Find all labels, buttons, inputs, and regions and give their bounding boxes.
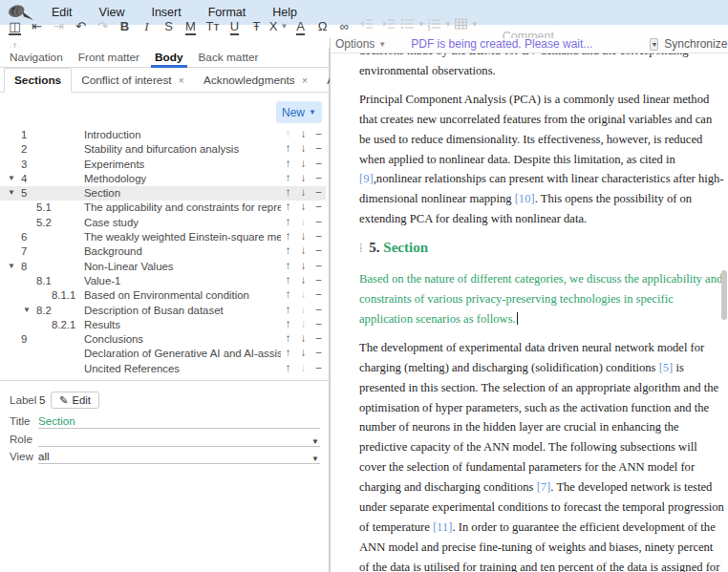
move-up-button[interactable]: ↑: [282, 332, 294, 344]
remove-section-button[interactable]: −: [312, 332, 325, 344]
move-up-button[interactable]: ↑: [282, 216, 294, 227]
remove-section-button[interactable]: −: [312, 230, 325, 242]
move-down-button[interactable]: ↓: [297, 260, 310, 271]
matter-tab-navigation[interactable]: Navigation: [2, 48, 71, 67]
section-tab-conflict-of-interest[interactable]: Conflict of interest×: [72, 69, 194, 92]
section-row[interactable]: ▼8Non-Linear Values↑↓−: [0, 260, 326, 274]
role-select[interactable]: [38, 434, 320, 447]
citation-link[interactable]: [9]: [359, 172, 374, 185]
move-up-button[interactable]: ↑: [282, 304, 294, 315]
link-icon[interactable]: ∞: [334, 16, 354, 37]
citation-link[interactable]: [5]: [659, 361, 674, 374]
move-up-button[interactable]: ↑: [282, 142, 294, 154]
italic-icon[interactable]: I: [137, 16, 157, 37]
remove-section-button[interactable]: −: [312, 274, 325, 286]
move-down-button[interactable]: ↓: [297, 201, 310, 212]
remove-section-button[interactable]: −: [312, 362, 325, 373]
remove-section-button[interactable]: −: [312, 142, 325, 154]
section-row[interactable]: 3Experiments↑↓−: [0, 158, 326, 172]
tree-expand-icon[interactable]: ▼: [23, 306, 31, 314]
move-up-button[interactable]: ↑: [282, 244, 294, 256]
matter-tab-front-matter[interactable]: Front matter: [71, 48, 147, 67]
section-row[interactable]: 8.2.1Results↑↓−: [0, 318, 326, 332]
remove-section-button[interactable]: −: [312, 260, 325, 271]
move-up-button[interactable]: ↑: [282, 158, 294, 169]
move-up-button[interactable]: ↑: [282, 274, 294, 286]
variable-icon[interactable]: X▼: [268, 16, 289, 37]
citation-link[interactable]: [10]: [515, 192, 535, 205]
underline-icon[interactable]: U: [225, 17, 245, 38]
markup-icon[interactable]: M: [181, 17, 201, 38]
move-up-button[interactable]: ↑: [282, 260, 294, 271]
move-up-button[interactable]: ↑: [282, 186, 294, 198]
section-row[interactable]: 8.1Value-1↑↓−: [0, 274, 326, 288]
remove-section-button[interactable]: −: [312, 244, 325, 256]
bold-icon[interactable]: B: [115, 16, 135, 37]
section-row[interactable]: Declaration of Generative AI and AI-assi…: [0, 347, 326, 361]
citation-link[interactable]: [11]: [433, 520, 453, 534]
scrollbar-thumb[interactable]: [721, 270, 727, 320]
move-down-button[interactable]: ↓: [297, 172, 310, 183]
section-row[interactable]: 1Introduction↑↓−: [0, 128, 326, 142]
move-up-button[interactable]: ↑: [282, 318, 294, 329]
move-up-button[interactable]: ↑: [282, 230, 294, 242]
remove-section-button[interactable]: −: [312, 347, 325, 358]
remove-section-button[interactable]: −: [312, 172, 325, 183]
page-layout-icon[interactable]: ◫: [5, 17, 25, 38]
move-down-button[interactable]: ↓: [297, 230, 310, 242]
move-down-button[interactable]: ↓: [297, 244, 310, 256]
close-icon[interactable]: ×: [179, 74, 184, 86]
section-tab-sections[interactable]: Sections: [4, 68, 72, 93]
undo-icon[interactable]: ↶: [71, 16, 91, 37]
section-row[interactable]: 2Stability and bifurcation analysis↑↓−: [0, 142, 326, 157]
section-row[interactable]: 5.2Case study↑↓−: [0, 216, 326, 230]
move-down-button[interactable]: ↓: [297, 332, 310, 344]
move-down-button[interactable]: ↓: [297, 347, 310, 358]
chevron-down-icon[interactable]: ▼: [311, 437, 319, 446]
matter-tab-body[interactable]: Body: [147, 48, 191, 67]
section-row[interactable]: ▼8.2Description of Busan dataset↑↓−: [0, 304, 326, 318]
section-row[interactable]: Uncited References↑↓−: [0, 362, 326, 376]
remove-section-button[interactable]: −: [312, 288, 325, 300]
matter-tab-back-matter[interactable]: Back matter: [191, 48, 267, 67]
move-down-button[interactable]: ↓: [297, 142, 310, 154]
move-down-button[interactable]: ↓: [297, 128, 310, 139]
sync-scrolling-select[interactable]: ▼: [650, 38, 658, 51]
move-up-button[interactable]: ↑: [282, 347, 294, 358]
remove-section-button[interactable]: −: [312, 158, 325, 169]
chevron-down-icon[interactable]: ▼: [311, 455, 319, 463]
section-row[interactable]: 8.1.1Based on Environmental condition↑↓−: [0, 288, 326, 303]
remove-section-button[interactable]: −: [312, 201, 325, 212]
section-row[interactable]: 5.1The applicability and constraints for…: [0, 201, 326, 215]
prev-change-icon[interactable]: ⇤: [27, 16, 47, 37]
section-tab-acknowledgments[interactable]: Acknowledgments×: [194, 69, 317, 92]
section-row[interactable]: 6The weakly weighted Einstein-square met…: [0, 230, 326, 244]
tree-expand-icon[interactable]: ▼: [8, 174, 15, 182]
section-row[interactable]: 7Background↑↓−: [0, 244, 326, 259]
remove-section-button[interactable]: −: [312, 304, 325, 315]
move-down-button[interactable]: ↓: [297, 186, 310, 198]
section-row[interactable]: ▼4Methodology↑↓−: [0, 172, 326, 186]
remove-section-button[interactable]: −: [312, 128, 325, 139]
section-row[interactable]: ▼5Section↑↓−: [0, 186, 326, 201]
strikethrough-icon[interactable]: S: [159, 16, 179, 37]
smallcaps-icon[interactable]: Tᴛ: [203, 16, 223, 37]
move-up-button[interactable]: ↑: [282, 362, 294, 373]
remove-section-button[interactable]: −: [312, 216, 325, 227]
move-up-button[interactable]: ↑: [282, 172, 294, 183]
move-down-button[interactable]: ↓: [297, 158, 310, 169]
special-char-icon[interactable]: Ω: [312, 16, 332, 37]
drag-handle-icon[interactable]: ⁞: [359, 242, 362, 255]
options-dropdown[interactable]: Options: [335, 38, 375, 51]
remove-section-button[interactable]: −: [312, 186, 325, 198]
clear-format-icon[interactable]: Ŧ: [246, 16, 267, 37]
font-color-icon[interactable]: A: [290, 17, 310, 38]
edit-label-button[interactable]: ✎ Edit: [51, 392, 99, 409]
move-down-button[interactable]: ↓: [297, 274, 310, 286]
document-editor[interactable]: decisions made by the BEMS for EV demand…: [331, 53, 728, 572]
new-section-button[interactable]: New ▼: [276, 101, 322, 123]
move-up-button[interactable]: ↑: [282, 201, 294, 212]
remove-section-button[interactable]: −: [312, 318, 325, 329]
section-row[interactable]: 9Conclusions↑↓−: [0, 332, 326, 347]
move-up-button[interactable]: ↑: [282, 288, 294, 300]
